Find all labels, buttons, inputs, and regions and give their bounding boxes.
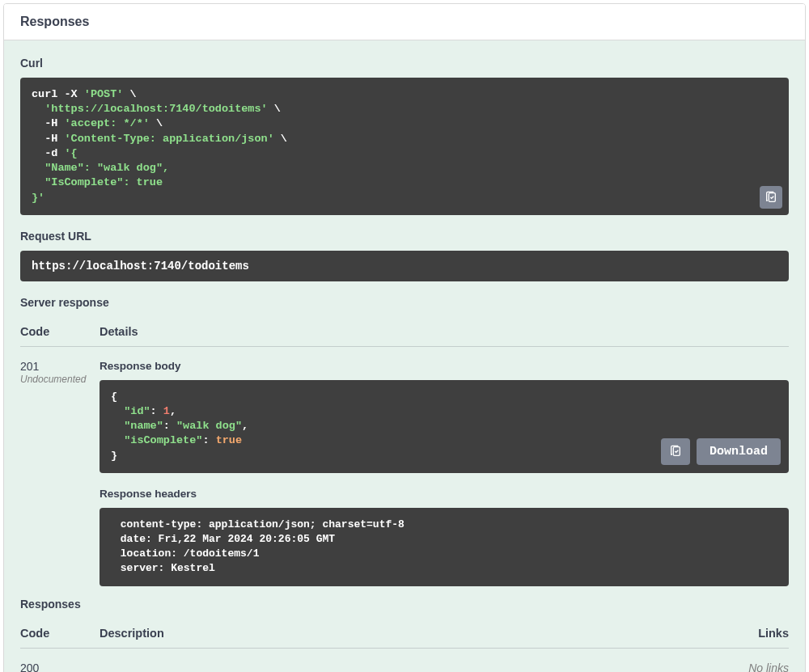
col-description-header: Description xyxy=(100,627,708,640)
responses-list-label: Responses xyxy=(20,598,789,611)
response-body-actions: Download xyxy=(661,438,781,465)
col-code-header-2: Code xyxy=(20,627,100,640)
status-code: 201 xyxy=(20,360,100,373)
response-headers-block: content-type: application/json; charset=… xyxy=(100,508,789,586)
server-response-table: Code Details 201 Undocumented Response b… xyxy=(20,317,789,586)
request-url-label: Request URL xyxy=(20,230,789,243)
response-code: 200 xyxy=(20,661,100,672)
response-body-block: { "id": 1, "name": "walk dog", "isComple… xyxy=(100,380,789,473)
details-cell: Response body { "id": 1, "name": "walk d… xyxy=(100,360,789,586)
responses-list-table: Code Description Links 200No links xyxy=(20,619,789,672)
responses-title: Responses xyxy=(20,15,789,29)
col-details-header: Details xyxy=(100,325,789,338)
responses-list-header: Code Description Links xyxy=(20,619,789,649)
server-response-table-header: Code Details xyxy=(20,317,789,347)
clipboard-icon xyxy=(669,445,682,458)
copy-curl-button[interactable] xyxy=(760,186,782,209)
clipboard-icon xyxy=(765,191,777,204)
curl-block: curl -X 'POST' \ 'https://localhost:7140… xyxy=(20,78,789,215)
response-links: No links xyxy=(708,661,789,672)
responses-panel: Responses Curl curl -X 'POST' \ 'https:/… xyxy=(3,3,806,672)
download-button[interactable]: Download xyxy=(697,438,781,465)
responses-header: Responses xyxy=(4,4,805,40)
response-description xyxy=(100,661,708,672)
responses-body: Curl curl -X 'POST' \ 'https://localhost… xyxy=(4,40,805,672)
response-body-label: Response body xyxy=(100,360,789,372)
table-row: 200No links xyxy=(20,649,789,672)
col-code-header: Code xyxy=(20,325,100,338)
status-note: Undocumented xyxy=(20,374,100,385)
response-headers-label: Response headers xyxy=(100,488,789,500)
server-response-label: Server response xyxy=(20,296,789,309)
col-links-header: Links xyxy=(708,627,789,640)
request-url-block: https://localhost:7140/todoitems xyxy=(20,251,789,281)
curl-code: curl -X 'POST' \ 'https://localhost:7140… xyxy=(32,87,777,205)
response-row: 201 Undocumented Response body { "id": 1… xyxy=(20,347,789,586)
copy-response-button[interactable] xyxy=(661,438,690,465)
status-code-cell: 201 Undocumented xyxy=(20,360,100,586)
curl-label: Curl xyxy=(20,57,789,70)
